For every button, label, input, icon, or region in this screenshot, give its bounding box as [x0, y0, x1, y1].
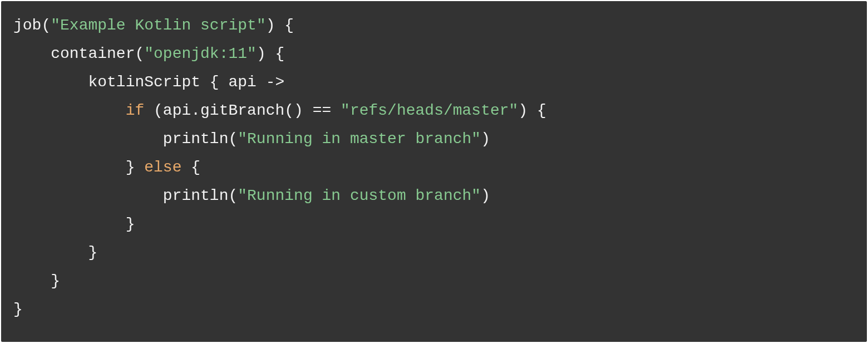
- code-line-11: }: [13, 301, 23, 318]
- code-line-6: } else {: [13, 159, 200, 176]
- code-block: job("Example Kotlin script") { container…: [1, 1, 867, 342]
- code-line-1: job("Example Kotlin script") {: [13, 17, 294, 34]
- code-line-3: kotlinScript { api ->: [13, 74, 284, 91]
- code-line-8: }: [13, 215, 135, 233]
- code-line-2: container("openjdk:11") {: [13, 45, 284, 62]
- code-line-7: println("Running in custom branch"): [13, 187, 490, 204]
- code-line-4: if (api.gitBranch() == "refs/heads/maste…: [13, 102, 546, 119]
- code-line-10: }: [13, 272, 60, 290]
- code-line-9: }: [13, 244, 97, 261]
- code-line-5: println("Running in master branch"): [13, 130, 490, 148]
